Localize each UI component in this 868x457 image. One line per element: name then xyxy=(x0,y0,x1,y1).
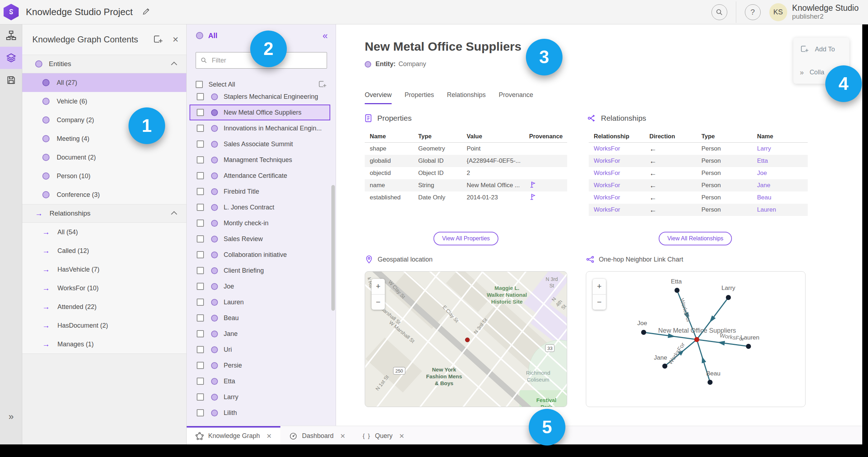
item-checkbox[interactable] xyxy=(197,251,204,258)
tab-query[interactable]: { } Query ✕ xyxy=(354,426,413,444)
sidebar-item-entity[interactable]: Person (10) xyxy=(22,167,186,185)
item-checkbox[interactable] xyxy=(197,140,204,148)
close-tab-icon[interactable]: ✕ xyxy=(399,432,404,440)
table-row[interactable]: WorksFor ← Person Joe xyxy=(589,167,808,179)
close-panel-icon[interactable]: × xyxy=(173,34,178,45)
item-checkbox[interactable] xyxy=(197,267,204,274)
sidebar-item-relationship[interactable]: → Called (12) xyxy=(22,241,186,260)
expand-rail-icon[interactable]: » xyxy=(0,411,22,422)
list-item[interactable]: Staplers Mechanical Engineering xyxy=(190,89,330,105)
relationship-link[interactable]: WorksFor xyxy=(589,170,644,177)
center-node-dot[interactable] xyxy=(694,337,699,342)
list-item[interactable]: Client Briefing xyxy=(190,263,330,278)
table-row[interactable]: objectid Object ID 2 xyxy=(365,167,567,179)
zoom-in-button[interactable]: + xyxy=(593,279,606,295)
item-checkbox[interactable] xyxy=(197,283,204,290)
table-row[interactable]: established Date Only 2014-01-23 xyxy=(365,191,567,204)
sidebar-item-relationship[interactable]: → WorksFor (10) xyxy=(22,279,186,297)
relationship-link[interactable]: WorksFor xyxy=(589,194,644,201)
item-checkbox[interactable] xyxy=(197,378,204,385)
provenance-flag-icon[interactable] xyxy=(529,193,537,201)
relationship-link[interactable]: WorksFor xyxy=(589,206,644,213)
sidebar-item-entity[interactable]: Document (2) xyxy=(22,148,186,167)
collapse-panel-icon[interactable]: « xyxy=(323,30,328,41)
list-item[interactable]: Firebird Title xyxy=(190,184,330,199)
list-item[interactable]: New Metal Office Suppliers xyxy=(190,105,330,120)
table-row[interactable]: WorksFor ← Person Larry xyxy=(589,143,808,155)
list-item[interactable]: L. Jones Contract xyxy=(190,199,330,215)
list-item[interactable]: Persie xyxy=(190,357,330,373)
item-checkbox[interactable] xyxy=(197,156,204,163)
zoom-in-button[interactable]: + xyxy=(372,279,385,295)
sidebar-item-relationship[interactable]: → All (54) xyxy=(22,223,186,241)
node-dot[interactable] xyxy=(641,330,646,335)
layers-tool-icon[interactable] xyxy=(0,47,22,69)
list-item[interactable]: Etta xyxy=(190,373,330,389)
close-tab-icon[interactable]: ✕ xyxy=(266,432,272,440)
sidebar-item-relationship[interactable]: → HasVehicle (7) xyxy=(22,260,186,279)
item-checkbox[interactable] xyxy=(197,314,204,322)
item-checkbox[interactable] xyxy=(197,204,204,211)
table-row[interactable]: shape Geometry Point xyxy=(365,143,567,155)
table-row[interactable]: globalid Global ID {A228944F-0EF5-... xyxy=(365,155,567,167)
detail-tab[interactable]: Properties xyxy=(405,91,434,104)
entity-link[interactable]: Beau xyxy=(752,194,808,201)
relationship-link[interactable]: WorksFor xyxy=(589,182,644,189)
node-dot[interactable] xyxy=(726,295,731,300)
provenance-flag-icon[interactable] xyxy=(529,181,537,189)
list-item[interactable]: Montly check-in xyxy=(190,215,330,231)
node-dot[interactable] xyxy=(708,380,713,385)
sidebar-item-relationship[interactable]: → Manages (1) xyxy=(22,335,186,354)
add-to-map-icon[interactable] xyxy=(318,80,327,89)
list-item[interactable]: Joe xyxy=(190,278,330,294)
list-item[interactable]: Beau xyxy=(190,310,330,326)
item-checkbox[interactable] xyxy=(197,172,204,179)
relationship-link[interactable]: WorksFor xyxy=(589,145,644,152)
item-checkbox[interactable] xyxy=(197,188,204,195)
geospatial-map[interactable]: k RdW Clay StE Clay StMarshall StW Marsh… xyxy=(365,271,567,407)
sidebar-item-relationship[interactable]: → HasDocument (2) xyxy=(22,316,186,335)
sidebar-item-entity[interactable]: All (27) xyxy=(22,73,186,92)
scrollbar-thumb[interactable] xyxy=(331,185,335,311)
search-button[interactable] xyxy=(711,4,727,20)
item-checkbox[interactable] xyxy=(197,330,204,337)
detail-tab[interactable]: Relationships xyxy=(447,91,486,104)
list-item[interactable]: Attendance Certificate xyxy=(190,168,330,184)
item-checkbox[interactable] xyxy=(197,299,204,306)
add-to-map-icon[interactable] xyxy=(153,34,163,45)
table-row[interactable]: WorksFor ← Person Beau xyxy=(589,191,808,204)
list-item[interactable]: Jane xyxy=(190,326,330,342)
item-checkbox[interactable] xyxy=(197,220,204,227)
list-item[interactable]: Lilith xyxy=(190,405,330,421)
save-tool-icon[interactable] xyxy=(0,69,22,91)
item-checkbox[interactable] xyxy=(197,409,204,416)
tab-dashboard[interactable]: Dashboard ✕ xyxy=(280,426,354,444)
add-to-menu-item[interactable]: Add To xyxy=(793,38,849,61)
list-item[interactable]: Sales Review xyxy=(190,231,330,247)
node-dot[interactable] xyxy=(675,288,680,293)
item-checkbox[interactable] xyxy=(197,235,204,243)
sidebar-item-entity[interactable]: Vehicle (6) xyxy=(22,92,186,111)
node-dot[interactable] xyxy=(662,364,667,369)
zoom-out-button[interactable]: − xyxy=(372,295,385,310)
list-item[interactable]: Collaboration initiative xyxy=(190,247,330,263)
table-row[interactable]: WorksFor ← Person Lauren xyxy=(589,204,808,216)
entity-link[interactable]: Larry xyxy=(752,145,808,152)
view-all-properties-button[interactable]: View All Properties xyxy=(433,232,498,245)
table-row[interactable]: WorksFor ← Person Etta xyxy=(589,155,808,167)
entities-section-header[interactable]: Entities xyxy=(22,55,186,73)
zoom-out-button[interactable]: − xyxy=(593,295,606,310)
list-item[interactable]: Lauren xyxy=(190,294,330,310)
item-checkbox[interactable] xyxy=(197,109,204,116)
list-item[interactable]: Sales Associate Summit xyxy=(190,136,330,152)
list-item[interactable]: Managment Techniques xyxy=(190,152,330,168)
item-checkbox[interactable] xyxy=(197,393,204,401)
list-item[interactable]: Innovations in Mechanical Engin... xyxy=(190,120,330,136)
sidebar-item-relationship[interactable]: → Attended (22) xyxy=(22,297,186,316)
entity-link[interactable]: Etta xyxy=(752,157,808,165)
detail-tab[interactable]: Overview xyxy=(365,91,392,104)
view-all-relationships-button[interactable]: View All Relationships xyxy=(659,232,732,245)
link-chart[interactable]: Etta Larry Joe Lauren xyxy=(586,271,806,407)
entity-link[interactable]: Jane xyxy=(752,182,808,189)
item-checkbox[interactable] xyxy=(197,93,204,100)
